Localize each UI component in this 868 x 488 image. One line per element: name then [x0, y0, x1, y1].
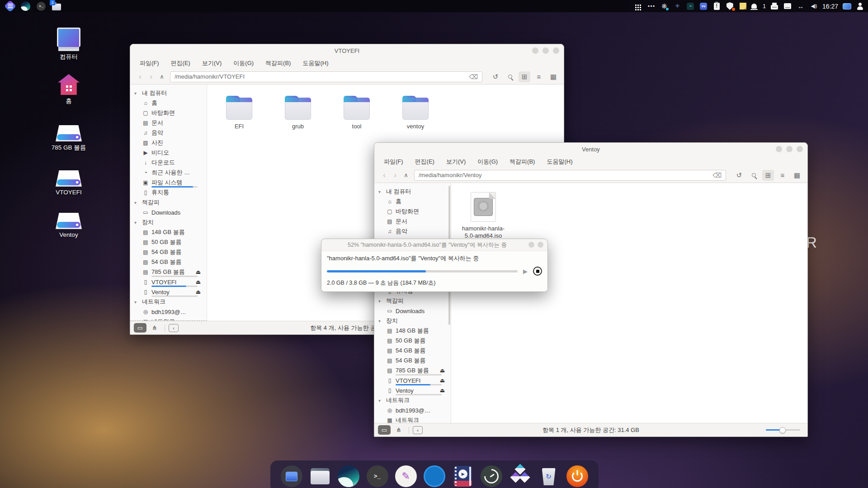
sidebar-item-54gb-volume-2[interactable]: ▤ 54 GB 볼륨 — [374, 356, 451, 366]
eject-icon[interactable]: ⏏ — [440, 377, 445, 384]
sidebar-item-recent[interactable]: ◔ 최근 사용한 … — [130, 168, 207, 178]
sidebar-section-devices[interactable]: ▾ 장치 — [130, 217, 207, 227]
sidebar-item-bdh1993[interactable]: ◎ bdh1993@… — [374, 405, 451, 415]
sidebar-section-network[interactable]: ▾ 네트워크 — [130, 297, 207, 307]
desktop-icon-home[interactable]: 홈 — [41, 72, 97, 105]
sidebar-section-bookmarks[interactable]: ▾ 책갈피 — [130, 197, 207, 207]
close-button[interactable] — [538, 242, 543, 248]
sidebar-item-pictures[interactable]: ▨ 사진 — [130, 138, 207, 148]
text-editor-icon[interactable]: ✎ — [394, 464, 418, 488]
terminal-icon[interactable]: >_ — [366, 464, 389, 488]
reload-icon[interactable]: ↺ — [490, 71, 501, 82]
back-button[interactable]: ‹ — [379, 171, 390, 179]
volume-icon[interactable]: ◀)) — [809, 1, 818, 12]
collapse-triangle-icon[interactable]: ▾ — [134, 220, 137, 225]
sidebar-item-videos[interactable]: ▶ 비디오 — [130, 148, 207, 158]
reload-icon[interactable]: ↺ — [733, 170, 745, 181]
titlebar[interactable]: VTOYEFI — [130, 44, 564, 57]
sidebar-item-desktop[interactable]: ▢ 바탕화면 — [374, 206, 451, 216]
sidebar-item-documents[interactable]: ▤ 문서 — [374, 216, 451, 226]
sidebar-item-ventoy[interactable]: ▯ Ventoy ⏏ — [374, 385, 451, 395]
file-manager-icon[interactable] — [308, 464, 332, 488]
up-button[interactable]: ∧ — [401, 172, 411, 178]
menu-item[interactable]: 편집(E) — [165, 59, 196, 67]
path-input[interactable]: /media/hamonikr/Ventoy ⌫ — [414, 170, 726, 181]
collapse-triangle-icon[interactable]: ▾ — [378, 299, 381, 304]
collapse-triangle-icon[interactable]: ▾ — [378, 398, 381, 403]
menu-item[interactable]: 이동(G) — [227, 59, 259, 67]
system-monitor-icon[interactable] — [480, 464, 503, 488]
sidebar-item-54gb-volume-2[interactable]: ▤ 54 GB 볼륨 — [130, 257, 207, 267]
sidebar-section-network[interactable]: ▾ 네트워크 — [374, 395, 451, 405]
shield-icon[interactable] — [725, 1, 734, 12]
zoom-slider[interactable] — [766, 427, 800, 433]
menu-item[interactable]: 책갈피(B) — [504, 158, 541, 166]
network-icon[interactable]: ↔ — [796, 1, 805, 12]
dialog-titlebar[interactable]: 52% "hamonikr-hanla-5.0-amd64.iso"를 "Ven… — [321, 239, 547, 251]
grid-view-button[interactable]: ⊞ — [519, 71, 530, 82]
sidebar-item-148gb-volume[interactable]: ▤ 148 GB 볼륨 — [130, 227, 207, 237]
minimize-button[interactable] — [528, 242, 534, 248]
display-settings-icon[interactable] — [842, 1, 851, 12]
sidebar-item-54gb-volume-1[interactable]: ▤ 54 GB 볼륨 — [130, 247, 207, 257]
clipboard-icon[interactable]: ! — [712, 1, 721, 12]
sidebar-item-148gb-volume[interactable]: ▤ 148 GB 볼륨 — [374, 326, 451, 336]
sidebar-item-music[interactable]: ♫ 음악 — [130, 128, 207, 138]
eject-icon[interactable]: ⏏ — [196, 279, 201, 285]
sidebar-item-785gb-volume[interactable]: ▤ 785 GB 볼륨 ⏏ — [130, 267, 207, 277]
forward-button[interactable]: › — [146, 73, 156, 80]
sidebar-item-downloads-bookmark[interactable]: ▭ Downloads — [130, 207, 207, 217]
titlebar[interactable]: Ventoy — [374, 143, 807, 155]
sidebar-item-filesystem[interactable]: ▣ 파일 시스템 — [130, 178, 207, 188]
clock[interactable]: 16:27 — [822, 1, 838, 12]
sidebar-item-bdh1993[interactable]: ◎ bdh1993@… — [130, 307, 207, 317]
maximize-button[interactable] — [786, 146, 793, 152]
menu-item[interactable]: 도움말(H) — [297, 59, 334, 67]
places-toggle-button[interactable]: ▭ — [378, 425, 391, 435]
minimize-button[interactable] — [532, 47, 538, 54]
sidebar-item-ventoy[interactable]: ▯ Ventoy ⏏ — [130, 287, 207, 297]
collapse-triangle-icon[interactable]: ▾ — [134, 91, 137, 96]
sidebar-item-desktop[interactable]: ▢ 바탕화면 — [130, 108, 207, 118]
sidebar-item-50gb-volume[interactable]: ▤ 50 GB 볼륨 — [130, 237, 207, 247]
sidebar-item-785gb-volume[interactable]: ▤ 785 GB 볼륨 ⏏ — [374, 366, 451, 375]
list-view-button[interactable]: ≡ — [533, 71, 545, 82]
menu-item[interactable]: 파일(F) — [134, 59, 165, 67]
sidebar-item-network[interactable]: ▦ 네트워크 — [374, 415, 451, 423]
sidebar-item-downloads-bookmark[interactable]: ▭ Downloads — [374, 306, 451, 316]
compact-view-button[interactable]: ▦ — [547, 71, 559, 82]
removable-drive-icon[interactable] — [783, 1, 792, 12]
search-icon[interactable] — [748, 170, 760, 181]
eject-icon[interactable]: ⏏ — [440, 387, 445, 394]
printer-icon[interactable] — [770, 1, 779, 12]
power-icon[interactable] — [566, 464, 589, 488]
places-toggle-button[interactable]: ▭ — [134, 323, 146, 333]
menu-item[interactable]: 이동(G) — [472, 158, 504, 166]
up-button[interactable]: ∧ — [156, 74, 167, 80]
desktop-icon-computer[interactable]: 컴퓨터 — [41, 28, 97, 61]
stop-button[interactable] — [533, 267, 542, 276]
app-launcher-icon[interactable] — [280, 464, 303, 488]
notification-bell-icon[interactable]: 1 — [751, 1, 766, 12]
sidebar-section-my-computer[interactable]: ▾ 내 컴퓨터 — [130, 88, 207, 98]
menu-item[interactable]: 도움말(H) — [541, 158, 578, 166]
file-item-grub[interactable]: grub — [269, 94, 327, 130]
collapse-triangle-icon[interactable]: ▾ — [134, 200, 137, 205]
sidebar-item-vtoyefi[interactable]: ▯ VTOYEFI ⏏ — [374, 375, 451, 385]
eject-icon[interactable]: ⏏ — [196, 269, 201, 275]
menu-item[interactable]: 편집(E) — [409, 158, 440, 166]
hide-sidebar-button[interactable]: ‹ — [169, 324, 179, 332]
zoom-slider-handle[interactable] — [779, 427, 786, 433]
compact-view-button[interactable]: ▦ — [791, 170, 803, 181]
file-item-tool[interactable]: tool — [327, 94, 386, 130]
sidebar-item-trash[interactable]: ▯ 휴지통 — [130, 188, 207, 197]
sidebar-item-music[interactable]: ♫ 음악 — [374, 226, 451, 236]
maximize-button[interactable] — [542, 47, 549, 54]
file-item-ventoy[interactable]: ventoy — [386, 94, 445, 130]
pause-resume-icon[interactable]: ▶ — [523, 268, 528, 275]
whale-browser-icon[interactable] — [21, 1, 30, 12]
list-view-button[interactable]: ≡ — [777, 170, 788, 181]
sidebar-item-downloads[interactable]: ↓ 다운로드 — [130, 158, 207, 168]
more-apps-icon[interactable]: ⋯ — [646, 1, 656, 12]
sidebar-item-network[interactable]: ▦ 네트워크 — [130, 317, 207, 321]
